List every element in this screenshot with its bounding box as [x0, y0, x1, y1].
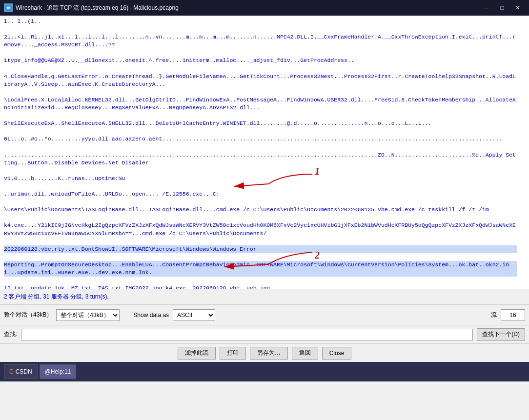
stream-line: k4.exe....Y21kIC9jIGNvcHkgL2IgQzpcXFVzZX…: [4, 221, 517, 237]
stream-line: 13.txt..update.lnk..MZ.txt..TAS.txt.IMG2…: [4, 284, 517, 289]
tcp-stream-text[interactable]: l.. l..(l.. 2l..<l..Rl..jl..xl...l...l..…: [0, 16, 521, 289]
status-bar: 2 客户端 分组, 31 服务器 分组, 3 turn(s).: [0, 289, 529, 304]
status-text: 2 客户端 分组, 31 服务器 分组, 3 turn(s).: [4, 293, 109, 301]
window-title: Wireshark · 追踪 TCP 流 (tcp.stream eq 16) …: [16, 4, 479, 12]
controls-bar: 整个对话（43kB） 整个对话（43kB） Show data as ASCII…: [0, 304, 529, 325]
taskbar: C CSDN @Help:11: [0, 362, 529, 381]
close-dialog-button[interactable]: Close: [322, 347, 352, 360]
show-data-label: Show data as: [133, 312, 169, 319]
stream-label: 流: [491, 311, 497, 319]
stream-line: 1type_info@@UAE@XZ..U.__dllonexit...onex…: [4, 57, 517, 64]
stream-line: ShellExecuteExA..ShellExecuteA.SHELL32.d…: [4, 120, 517, 127]
search-label: 查找:: [4, 330, 17, 339]
back-button[interactable]: 返回: [292, 347, 318, 360]
stream-line: 4.CloseHandle.q.GetLastError..o.CreateTh…: [4, 73, 517, 88]
stream-input[interactable]: [501, 309, 525, 321]
stream-line: l.. l..(l..: [4, 18, 517, 25]
save-as-button[interactable]: 另存为…: [250, 347, 288, 360]
taskbar-item-help[interactable]: @Help:11: [40, 364, 77, 379]
search-bar: 查找: 查找下一个(D): [0, 325, 529, 343]
stream-line: \LocalFree.X.LocalAlloc.KERNEL32.dll...G…: [4, 96, 517, 112]
stream-line: Reporting..PromptOnSecureDesktop...Enabl…: [4, 261, 517, 277]
minimize-button[interactable]: ─: [479, 2, 494, 13]
maximize-button[interactable]: □: [495, 2, 509, 13]
conversation-dropdown[interactable]: 整个对话（43kB）: [56, 309, 120, 321]
stream-line: 2022060128.vbe.rty.txt.DontShowUI..SOFTW…: [4, 245, 517, 253]
stream-line: 2l..<l..Rl..jl..xl...l...l...l...l......…: [4, 33, 517, 49]
search-input[interactable]: [21, 329, 473, 340]
print-button[interactable]: 打印: [220, 347, 246, 360]
taskbar-item-csdn[interactable]: C CSDN: [4, 364, 38, 379]
stream-line: \Users\Public\Documents\TASLoginBase.dll…: [4, 206, 517, 214]
stream-line: 0L...o..#o..*o.........yyyu.dll.aac.aaze…: [4, 135, 517, 143]
close-button[interactable]: ✕: [510, 2, 525, 13]
show-data-dropdown[interactable]: ASCII C Arrays EBCDIC Hex Dump Raw UTF-8…: [173, 309, 215, 321]
stream-line: ........................................…: [4, 151, 517, 167]
find-next-button[interactable]: 查找下一个(D): [477, 328, 525, 341]
button-bar: 滤掉此流 打印 另存为… 返回 Close: [0, 343, 529, 362]
app-icon: [4, 3, 13, 12]
stream-line: v1.0....b.......K..runas...uptime:%u: [4, 175, 517, 182]
conversation-label: 整个对话（43kB）: [4, 311, 52, 319]
titlebar: Wireshark · 追踪 TCP 流 (tcp.stream eq 16) …: [0, 0, 529, 16]
stream-line: ..urlmon.dll..wnloadToFileA...URLDo...op…: [4, 190, 517, 198]
filter-button[interactable]: 滤掉此流: [178, 347, 216, 360]
window-controls: ─ □ ✕: [479, 2, 525, 13]
stream-content-area: l.. l..(l.. 2l..<l..Rl..jl..xl...l...l..…: [0, 16, 529, 289]
